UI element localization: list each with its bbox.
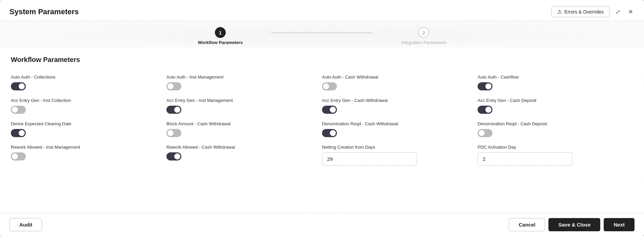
toggle-6[interactable] <box>322 106 337 114</box>
param-cell-6: Acc Entry Gen - Cash Withdrawal <box>322 94 478 117</box>
modal-header: System Parameters ⚠ Errors & Overrides ⤢… <box>0 0 644 21</box>
param-cell-2: Auto Auth - Cash Withdrawal <box>322 70 478 94</box>
toggle-3[interactable] <box>478 82 492 90</box>
toggle-wrap-2 <box>322 82 472 90</box>
step-1-number: 1 <box>219 30 222 36</box>
param-cell-8: Derive Expected Clearing Date <box>11 117 166 141</box>
param-label-1: Auto Auth - Inst Management <box>166 74 317 80</box>
param-label-0: Auto Auth - Collections <box>11 74 161 80</box>
toggle-knob-9 <box>167 130 174 136</box>
toggle-wrap-9 <box>166 129 317 137</box>
toggle-wrap-8 <box>11 129 161 137</box>
param-label-5: Acc Entry Gen - Inst Management <box>166 98 317 103</box>
toggle-12[interactable] <box>11 152 26 160</box>
param-cell-15: PDC Activation Day <box>478 141 633 169</box>
param-label-14: Netting Creation from Days <box>322 145 472 150</box>
num-input-15[interactable] <box>478 152 572 166</box>
param-cell-12: Rework Allowed - Inst Management <box>11 141 166 169</box>
toggle-knob-0 <box>19 83 25 89</box>
param-cell-9: Block Amount - Cash Withdrawal <box>166 117 322 141</box>
toggle-knob-10 <box>330 130 336 136</box>
toggle-8[interactable] <box>11 129 26 137</box>
toggle-wrap-12 <box>11 152 161 160</box>
toggle-2[interactable] <box>322 82 337 90</box>
step-2-circle: 2 <box>418 27 429 38</box>
toggle-10[interactable] <box>322 129 337 137</box>
section-title: Workflow Parameters <box>11 56 633 64</box>
next-button[interactable]: Next <box>604 218 635 231</box>
modal-title: System Parameters <box>9 7 79 16</box>
toggle-5[interactable] <box>166 106 181 114</box>
param-cell-11: Denomination Reqd - Cash Deposit <box>478 117 633 141</box>
param-cell-5: Acc Entry Gen - Inst Management <box>166 94 322 117</box>
toggle-knob-4 <box>12 107 18 113</box>
param-label-13: Rework Allowed - Cash Withdrawal <box>166 145 317 150</box>
param-label-9: Block Amount - Cash Withdrawal <box>166 121 317 126</box>
param-label-11: Denomination Reqd - Cash Deposit <box>478 121 628 126</box>
param-label-15: PDC Activation Day <box>478 145 628 150</box>
step-line <box>271 33 373 33</box>
toggle-wrap-5 <box>166 106 317 114</box>
toggle-knob-12 <box>12 153 18 159</box>
warning-icon: ⚠ <box>557 8 562 15</box>
step-1-circle: 1 <box>215 27 226 38</box>
params-grid: Auto Auth - CollectionsAuto Auth - Inst … <box>11 70 633 169</box>
audit-button[interactable]: Audit <box>9 218 42 231</box>
toggle-wrap-3 <box>478 82 628 90</box>
param-label-12: Rework Allowed - Inst Management <box>11 145 161 150</box>
step-2-number: 2 <box>422 30 425 36</box>
toggle-wrap-11 <box>478 129 628 137</box>
system-parameters-modal: System Parameters ⚠ Errors & Overrides ⤢… <box>0 0 644 236</box>
param-label-10: Denomination Reqd - Cash Withdrawal <box>322 121 472 126</box>
step-1: 1 Workflow Parameters <box>169 27 271 45</box>
param-cell-4: Acc Entry Gen - Inst Collection <box>11 94 166 117</box>
toggle-knob-1 <box>167 83 174 89</box>
toggle-wrap-13 <box>166 152 317 160</box>
modal-footer: Audit Cancel Save & Close Next <box>0 213 644 236</box>
toggle-11[interactable] <box>478 129 492 137</box>
param-cell-10: Denomination Reqd - Cash Withdrawal <box>322 117 478 141</box>
param-cell-1: Auto Auth - Inst Management <box>166 70 322 94</box>
param-cell-13: Rework Allowed - Cash Withdrawal <box>166 141 322 169</box>
modal-body: Workflow Parameters Auto Auth - Collecti… <box>0 48 644 213</box>
toggle-9[interactable] <box>166 129 181 137</box>
num-input-14[interactable] <box>322 152 417 166</box>
toggle-13[interactable] <box>166 152 181 160</box>
stepper: 1 Workflow Parameters 2 Integration Para… <box>169 27 475 45</box>
footer-left: Audit <box>9 218 42 231</box>
cancel-button[interactable]: Cancel <box>509 218 545 231</box>
errors-overrides-label: Errors & Overrides <box>564 9 604 15</box>
param-label-8: Derive Expected Clearing Date <box>11 121 161 126</box>
toggle-1[interactable] <box>166 82 181 90</box>
toggle-4[interactable] <box>11 106 26 114</box>
close-button[interactable]: ✕ <box>627 7 635 17</box>
param-label-2: Auto Auth - Cash Withdrawal <box>322 74 472 80</box>
step-2: 2 Integration Parameters <box>373 27 475 45</box>
save-close-button[interactable]: Save & Close <box>548 218 600 231</box>
toggle-knob-13 <box>174 153 180 159</box>
toggle-0[interactable] <box>11 82 26 90</box>
param-label-4: Acc Entry Gen - Inst Collection <box>11 98 161 103</box>
toggle-wrap-7 <box>478 106 628 114</box>
param-cell-0: Auto Auth - Collections <box>11 70 166 94</box>
expand-button[interactable]: ⤢ <box>614 7 622 17</box>
toggle-7[interactable] <box>478 106 492 114</box>
close-icon: ✕ <box>628 8 633 16</box>
param-label-3: Auto Auth - Cashflow <box>478 74 628 80</box>
toggle-wrap-1 <box>166 82 317 90</box>
toggle-knob-8 <box>19 130 25 136</box>
stepper-bar: 1 Workflow Parameters 2 Integration Para… <box>0 21 644 48</box>
param-cell-3: Auto Auth - Cashflow <box>478 70 633 94</box>
toggle-knob-2 <box>323 83 329 89</box>
toggle-wrap-4 <box>11 106 161 114</box>
param-label-7: Acc Entry Gen - Cash Deposit <box>478 98 628 103</box>
step-2-label: Integration Parameters <box>401 40 446 45</box>
toggle-knob-5 <box>174 107 180 113</box>
expand-icon: ⤢ <box>616 8 621 16</box>
toggle-knob-11 <box>479 130 485 136</box>
errors-overrides-button[interactable]: ⚠ Errors & Overrides <box>551 6 609 17</box>
param-cell-14: Netting Creation from Days <box>322 141 478 169</box>
step-1-label: Workflow Parameters <box>198 40 243 45</box>
footer-right: Cancel Save & Close Next <box>509 218 635 231</box>
toggle-wrap-6 <box>322 106 472 114</box>
